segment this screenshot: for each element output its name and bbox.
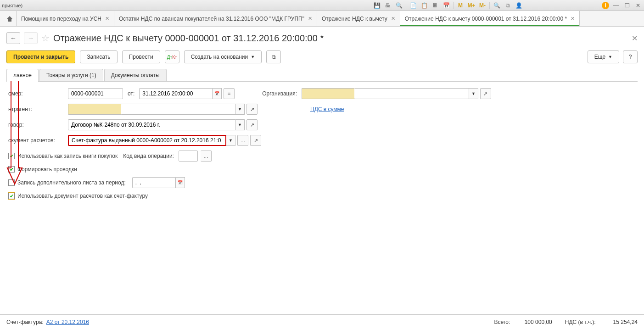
page-title: Отражение НДС к вычету 0000-000001 от 31… xyxy=(53,33,324,44)
close-icon[interactable]: ✕ xyxy=(308,16,312,22)
close-window-icon[interactable]: ✕ xyxy=(634,1,642,10)
save-button[interactable]: Записать xyxy=(80,50,117,63)
memory-mminus-icon[interactable]: M- xyxy=(478,1,487,10)
calendar-icon[interactable]: 📅 xyxy=(213,88,222,99)
select-icon[interactable]: … xyxy=(237,135,248,146)
addsheet-date-combo: 📅 xyxy=(132,177,185,188)
window-title: приятие) xyxy=(2,3,22,8)
checkbox-addsheet[interactable] xyxy=(8,179,15,186)
tab-vat-balances[interactable]: Остатки НДС по авансам покупателей на 31… xyxy=(114,11,317,26)
close-icon[interactable]: ✕ xyxy=(571,16,575,22)
separator xyxy=(453,2,454,9)
tab-vat-deduction-doc[interactable]: Отражение НДС к вычету 0000-000001 от 31… xyxy=(400,11,580,26)
open-icon[interactable]: ↗ xyxy=(246,119,258,130)
calc-icon[interactable]: 🖩 xyxy=(431,1,439,10)
post-and-close-button[interactable]: Провести и закрыть xyxy=(6,50,75,63)
tab-usn-assistant[interactable]: Помощник по переходу на УСН ✕ xyxy=(17,11,114,26)
forward-button[interactable]: → xyxy=(24,32,38,44)
calendar-icon[interactable]: 📅 xyxy=(176,177,185,188)
settlement-combo: ▼ xyxy=(68,135,235,146)
create-based-button[interactable]: Создать на основании▼ xyxy=(184,50,262,63)
window-titlebar: приятие) 💾 🖶 🔍 📄 📋 🖩 📅 M M+ M- 🔍 ⧉ 👤 i —… xyxy=(0,0,644,11)
dropdown-icon[interactable]: ▼ xyxy=(235,119,245,130)
row-additional-sheet: Запись дополнительного листа за период: … xyxy=(8,177,638,188)
page-header: ← → ☆ Отражение НДС к вычету 0000-000001… xyxy=(6,32,638,44)
help-button[interactable]: ? xyxy=(623,50,638,63)
close-icon[interactable]: ✕ xyxy=(391,16,395,22)
form-body: омер: от: 📅 ≡ Организация: ▼ ↗ нтрагент:… xyxy=(6,82,638,206)
copy-icon[interactable]: 📄 xyxy=(409,1,417,10)
contract-input[interactable] xyxy=(68,119,235,130)
caret-down-icon: ▼ xyxy=(608,55,612,59)
settlement-label: окумент расчетов: xyxy=(8,137,68,144)
memory-m-icon[interactable]: M xyxy=(456,1,465,10)
back-button[interactable]: ← xyxy=(6,32,20,44)
calendar-icon[interactable]: 📅 xyxy=(442,1,450,10)
checkbox-book-entry[interactable] xyxy=(8,153,15,159)
date-input[interactable] xyxy=(139,88,213,99)
user-icon[interactable]: 👤 xyxy=(515,1,523,10)
restore-icon[interactable]: ❐ xyxy=(623,1,631,10)
contragent-input[interactable] xyxy=(121,104,235,115)
row-contragent: нтрагент: ▼ ↗ НДС в сумме xyxy=(8,104,638,115)
info-icon[interactable]: i xyxy=(602,2,609,9)
vat-mode-link[interactable]: НДС в сумме xyxy=(310,106,344,112)
windows-icon[interactable]: ⧉ xyxy=(504,1,512,10)
row-contract: говор: ▼ ↗ xyxy=(8,119,638,130)
org-label: Организация: xyxy=(262,90,297,97)
checkbox-use-settlement[interactable] xyxy=(8,193,15,199)
contragent-input-hl[interactable] xyxy=(68,104,121,115)
date-extra-icon[interactable]: ≡ xyxy=(224,88,235,99)
checkbox-postings[interactable] xyxy=(8,166,15,173)
org-input[interactable] xyxy=(354,88,469,99)
open-icon[interactable]: ↗ xyxy=(480,88,491,99)
save-icon[interactable]: 💾 xyxy=(373,1,381,10)
number-label: омер: xyxy=(8,90,68,97)
checkbox-use-settlement-label: Использовать документ расчетов как счет-… xyxy=(17,193,148,199)
paste-icon[interactable]: 📋 xyxy=(420,1,428,10)
checkbox-addsheet-label: Запись дополнительного листа за период: xyxy=(17,179,126,186)
contract-combo: ▼ xyxy=(68,119,245,130)
tab-payment-docs[interactable]: Документы оплаты xyxy=(104,69,167,81)
org-input-hl[interactable] xyxy=(302,88,354,99)
tab-goods[interactable]: Товары и услуги (1) xyxy=(39,69,103,81)
tab-label: Отражение НДС к вычету xyxy=(322,16,387,22)
op-code-input[interactable] xyxy=(179,151,198,162)
dtkt-button[interactable]: ДтКт xyxy=(165,50,179,63)
close-page-icon[interactable]: ✕ xyxy=(632,34,638,43)
dropdown-icon[interactable]: ▼ xyxy=(226,135,235,146)
contragent-label: нтрагент: xyxy=(8,106,68,112)
tab-label: Помощник по переходу на УСН xyxy=(21,16,101,22)
more-button[interactable]: Еще▼ xyxy=(588,50,619,63)
addsheet-date-input[interactable] xyxy=(132,177,176,188)
minimize-icon[interactable]: — xyxy=(612,1,620,10)
close-icon[interactable]: ✕ xyxy=(105,16,109,22)
op-code-select-icon[interactable]: … xyxy=(201,151,212,162)
checkbox-book-label: Использовать как запись книги покупок xyxy=(17,153,118,159)
row-form-postings: Формировать проводки xyxy=(8,166,638,173)
checkbox-postings-label: Формировать проводки xyxy=(17,166,77,173)
favorite-icon[interactable]: ☆ xyxy=(41,33,50,44)
dropdown-icon[interactable]: ▼ xyxy=(469,88,478,99)
tab-vat-deduction[interactable]: Отражение НДС к вычету ✕ xyxy=(317,11,400,26)
tab-main[interactable]: лавное xyxy=(6,69,39,81)
print-preview-icon[interactable]: 🔍 xyxy=(395,1,403,10)
memory-mplus-icon[interactable]: M+ xyxy=(467,1,476,10)
date-label: от: xyxy=(128,90,134,97)
date-combo: 📅 xyxy=(139,88,222,99)
tab-label: Остатки НДС по авансам покупателей на 31… xyxy=(119,16,304,22)
number-input[interactable] xyxy=(68,88,123,99)
more-label: Еще xyxy=(594,54,605,60)
zoom-icon[interactable]: 🔍 xyxy=(493,1,501,10)
settlement-input[interactable] xyxy=(68,135,226,146)
print-icon[interactable]: 🖶 xyxy=(384,1,392,10)
separator xyxy=(489,2,490,9)
home-tab[interactable] xyxy=(3,11,17,26)
structure-button[interactable]: ⧉ xyxy=(266,50,281,63)
open-icon[interactable]: ↗ xyxy=(250,135,261,146)
open-icon[interactable]: ↗ xyxy=(246,104,258,115)
row-book-entry: Использовать как запись книги покупок Ко… xyxy=(8,151,638,162)
dropdown-icon[interactable]: ▼ xyxy=(235,104,245,115)
post-button[interactable]: Провести xyxy=(122,50,160,63)
home-icon xyxy=(6,15,13,22)
